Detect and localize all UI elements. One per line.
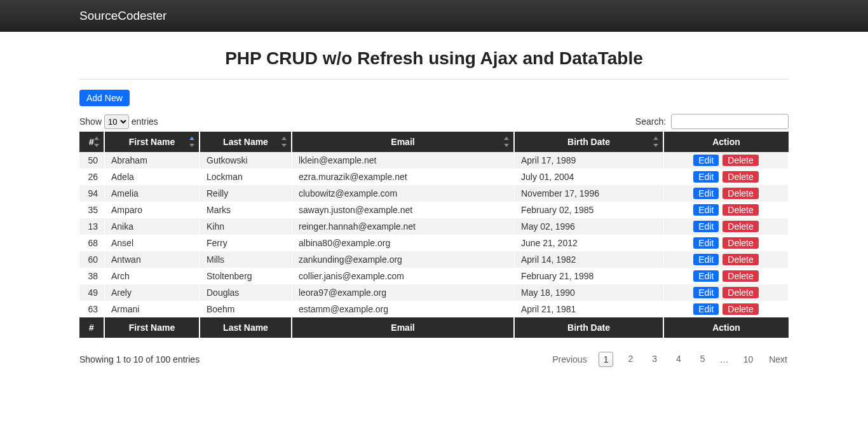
cell-last-name: Boehm: [200, 301, 292, 317]
cell-email: clubowitz@example.com: [292, 185, 515, 202]
sort-icon: [503, 137, 510, 147]
cell-first-name: Ansel: [105, 235, 200, 251]
edit-button[interactable]: Edit: [693, 188, 719, 199]
cell-birth-date: June 21, 2012: [515, 235, 664, 251]
sort-icon: [653, 137, 659, 147]
delete-button[interactable]: Delete: [722, 254, 758, 265]
cell-action: Edit Delete: [664, 284, 789, 301]
cell-email: ezra.murazik@example.net: [292, 169, 515, 185]
cell-email: zankunding@example.org: [292, 251, 515, 268]
pagination-last[interactable]: 10: [739, 352, 758, 366]
cell-email: albina80@example.org: [292, 235, 515, 251]
delete-button[interactable]: Delete: [722, 237, 758, 249]
delete-button[interactable]: Delete: [722, 188, 758, 199]
sort-icon: [189, 137, 195, 147]
cell-action: Edit Delete: [664, 152, 789, 169]
edit-button[interactable]: Edit: [693, 155, 719, 166]
delete-button[interactable]: Delete: [722, 221, 758, 232]
pagination: Previous 12345 … 10 Next: [551, 352, 789, 367]
cell-action: Edit Delete: [664, 185, 789, 202]
col-footer-first-name: First Name: [105, 317, 200, 338]
cell-last-name: Mills: [200, 251, 292, 268]
cell-last-name: Douglas: [200, 284, 292, 301]
cell-action: Edit Delete: [664, 235, 789, 251]
cell-id: 38: [79, 268, 105, 284]
cell-birth-date: May 02, 1996: [515, 218, 664, 235]
search-input[interactable]: [671, 114, 789, 129]
col-footer-email: Email: [292, 317, 515, 338]
cell-id: 94: [79, 185, 105, 202]
col-header-id[interactable]: #: [79, 132, 105, 152]
search-label: Search:: [635, 116, 666, 127]
cell-id: 13: [79, 218, 105, 235]
pagination-page[interactable]: 4: [672, 352, 686, 367]
delete-button[interactable]: Delete: [722, 204, 758, 216]
delete-button[interactable]: Delete: [722, 270, 758, 282]
length-select[interactable]: 10: [104, 114, 129, 129]
cell-id: 26: [79, 169, 105, 185]
pagination-page[interactable]: 5: [696, 352, 710, 367]
cell-first-name: Antwan: [105, 251, 200, 268]
table-row: 68AnselFerryalbina80@example.orgJune 21,…: [79, 235, 789, 251]
cell-email: estamm@example.org: [292, 301, 515, 317]
cell-birth-date: July 01, 2004: [515, 169, 664, 185]
cell-action: Edit Delete: [664, 202, 789, 218]
cell-first-name: Amparo: [105, 202, 200, 218]
pagination-next[interactable]: Next: [768, 352, 789, 366]
cell-action: Edit Delete: [664, 268, 789, 284]
cell-email: sawayn.juston@example.net: [292, 202, 515, 218]
length-suffix: entries: [132, 116, 158, 127]
cell-last-name: Marks: [200, 202, 292, 218]
divider: [79, 79, 789, 80]
col-header-email[interactable]: Email: [292, 132, 515, 152]
table-row: 63ArmaniBoehmestamm@example.orgApril 21,…: [79, 301, 789, 317]
col-footer-id: #: [79, 317, 105, 338]
table-info: Showing 1 to 10 of 100 entries: [79, 354, 200, 364]
cell-email: lklein@example.net: [292, 152, 515, 169]
table-row: 60AntwanMillszankunding@example.orgApril…: [79, 251, 789, 268]
col-header-last-name[interactable]: Last Name: [200, 132, 292, 152]
cell-first-name: Abraham: [105, 152, 200, 169]
cell-first-name: Arely: [105, 284, 200, 301]
sort-icon: [281, 137, 287, 147]
pagination-page[interactable]: 1: [599, 352, 614, 367]
edit-button[interactable]: Edit: [693, 204, 719, 216]
pagination-previous[interactable]: Previous: [551, 352, 588, 366]
pagination-page[interactable]: 2: [623, 352, 637, 367]
cell-last-name: Stoltenberg: [200, 268, 292, 284]
col-header-first-name[interactable]: First Name: [105, 132, 200, 152]
pagination-ellipsis: …: [720, 354, 729, 364]
cell-birth-date: May 18, 1990: [515, 284, 664, 301]
table-row: 49ArelyDouglasleora97@example.orgMay 18,…: [79, 284, 789, 301]
cell-first-name: Anika: [105, 218, 200, 235]
col-footer-birth-date: Birth Date: [515, 317, 664, 338]
cell-email: reinger.hannah@example.net: [292, 218, 515, 235]
edit-button[interactable]: Edit: [693, 221, 719, 232]
delete-button[interactable]: Delete: [722, 155, 758, 166]
col-footer-action: Action: [664, 317, 789, 338]
cell-id: 63: [79, 301, 105, 317]
cell-email: leora97@example.org: [292, 284, 515, 301]
table-row: 26AdelaLockmanezra.murazik@example.netJu…: [79, 169, 789, 185]
edit-button[interactable]: Edit: [693, 237, 719, 249]
cell-action: Edit Delete: [664, 218, 789, 235]
edit-button[interactable]: Edit: [693, 270, 719, 282]
add-new-button[interactable]: Add New: [79, 90, 130, 106]
col-header-action: Action: [664, 132, 789, 152]
edit-button[interactable]: Edit: [693, 254, 719, 265]
delete-button[interactable]: Delete: [722, 171, 758, 183]
cell-email: collier.janis@example.com: [292, 268, 515, 284]
delete-button[interactable]: Delete: [722, 287, 758, 298]
edit-button[interactable]: Edit: [693, 171, 719, 183]
cell-first-name: Adela: [105, 169, 200, 185]
col-header-birth-date[interactable]: Birth Date: [515, 132, 664, 152]
cell-last-name: Gutkowski: [200, 152, 292, 169]
col-footer-last-name: Last Name: [200, 317, 292, 338]
edit-button[interactable]: Edit: [693, 287, 719, 298]
delete-button[interactable]: Delete: [722, 303, 758, 315]
cell-birth-date: February 21, 1998: [515, 268, 664, 284]
cell-id: 49: [79, 284, 105, 301]
table-row: 38ArchStoltenbergcollier.janis@example.c…: [79, 268, 789, 284]
edit-button[interactable]: Edit: [693, 303, 719, 315]
pagination-page[interactable]: 3: [648, 352, 661, 367]
